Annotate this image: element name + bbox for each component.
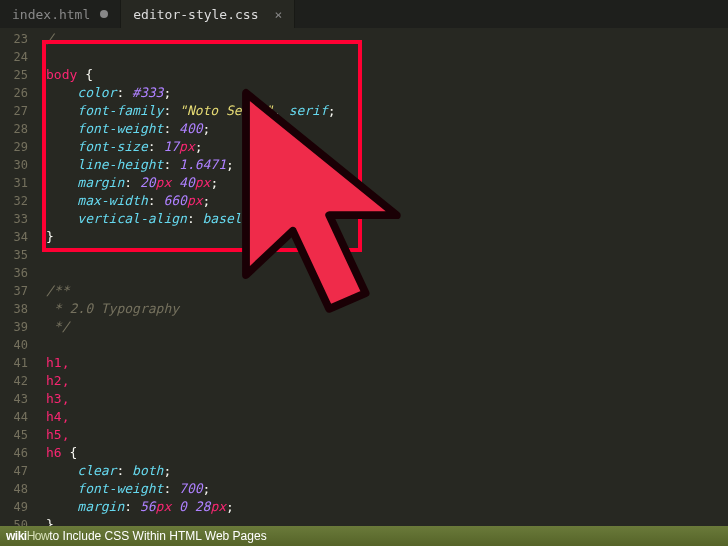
number: 40 [179, 175, 195, 190]
line-number: 42 [0, 372, 28, 390]
brace: { [77, 67, 93, 82]
line-number: 25 [0, 66, 28, 84]
line-number: 38 [0, 300, 28, 318]
property: font-weight [77, 121, 163, 136]
line-number: 49 [0, 498, 28, 516]
selector: h1, [46, 355, 69, 370]
line-number: 35 [0, 246, 28, 264]
line-number: 34 [0, 228, 28, 246]
brace: { [62, 445, 78, 460]
selector: h5, [46, 427, 69, 442]
line-number: 26 [0, 84, 28, 102]
code-text: / [46, 31, 54, 46]
property: vertical-align [77, 211, 187, 226]
property: font-weight [77, 481, 163, 496]
unit: px [156, 499, 172, 514]
selector: body [46, 67, 77, 82]
line-number: 44 [0, 408, 28, 426]
selector: h2, [46, 373, 69, 388]
line-number: 36 [0, 264, 28, 282]
line-number: 37 [0, 282, 28, 300]
tab-editor-style-css[interactable]: editor-style.css × [121, 0, 295, 28]
tab-label: index.html [12, 7, 90, 22]
value: #333 [132, 85, 163, 100]
tab-bar: index.html editor-style.css × [0, 0, 728, 28]
unit: px [156, 175, 172, 190]
line-number: 32 [0, 192, 28, 210]
line-number: 33 [0, 210, 28, 228]
line-number: 24 [0, 48, 28, 66]
line-number: 46 [0, 444, 28, 462]
selector: h3, [46, 391, 69, 406]
editor-area: 2324252627282930313233343536373839404142… [0, 28, 728, 526]
property: font-family [77, 103, 163, 118]
line-number: 39 [0, 318, 28, 336]
brand-text: wikiHow [6, 529, 49, 543]
selector: h6 [46, 445, 62, 460]
unit: px [179, 139, 195, 154]
number: 28 [195, 499, 211, 514]
property: clear [77, 463, 116, 478]
footer-caption: wikiHow to Include CSS Within HTML Web P… [0, 526, 728, 546]
property: margin [77, 499, 124, 514]
line-number: 28 [0, 120, 28, 138]
number: 56 [140, 499, 156, 514]
value: 1.6471 [179, 157, 226, 172]
tab-index-html[interactable]: index.html [0, 0, 121, 28]
close-icon[interactable]: × [275, 7, 283, 22]
property: max-width [77, 193, 147, 208]
value: 400 [179, 121, 202, 136]
line-number: 29 [0, 138, 28, 156]
line-number: 45 [0, 426, 28, 444]
caption-text: to Include CSS Within HTML Web Pages [49, 529, 266, 543]
value: baseline [203, 211, 266, 226]
number: 17 [163, 139, 179, 154]
code-content[interactable]: / body { color: #333; font-family: "Noto… [38, 28, 728, 526]
comment: */ [46, 319, 69, 334]
line-number: 30 [0, 156, 28, 174]
unit: px [195, 175, 211, 190]
line-number: 40 [0, 336, 28, 354]
property: line-height [77, 157, 163, 172]
string: "Noto Serif" [179, 103, 273, 118]
property: margin [77, 175, 124, 190]
comment: /** [46, 283, 69, 298]
value: 700 [179, 481, 202, 496]
line-number: 31 [0, 174, 28, 192]
selector: h4, [46, 409, 69, 424]
number: 660 [163, 193, 186, 208]
modified-dot-icon [100, 10, 108, 18]
line-number: 43 [0, 390, 28, 408]
line-number: 41 [0, 354, 28, 372]
unit: px [187, 193, 203, 208]
brace: } [46, 229, 54, 244]
value: serif [289, 103, 328, 118]
line-number-gutter: 2324252627282930313233343536373839404142… [0, 28, 38, 526]
property: font-size [77, 139, 147, 154]
unit: px [210, 499, 226, 514]
line-number: 23 [0, 30, 28, 48]
number: 20 [140, 175, 156, 190]
line-number: 48 [0, 480, 28, 498]
line-number: 47 [0, 462, 28, 480]
value: both [132, 463, 163, 478]
tab-label: editor-style.css [133, 7, 258, 22]
number: 0 [179, 499, 187, 514]
comment: * 2.0 Typography [46, 301, 179, 316]
property: color [77, 85, 116, 100]
line-number: 27 [0, 102, 28, 120]
